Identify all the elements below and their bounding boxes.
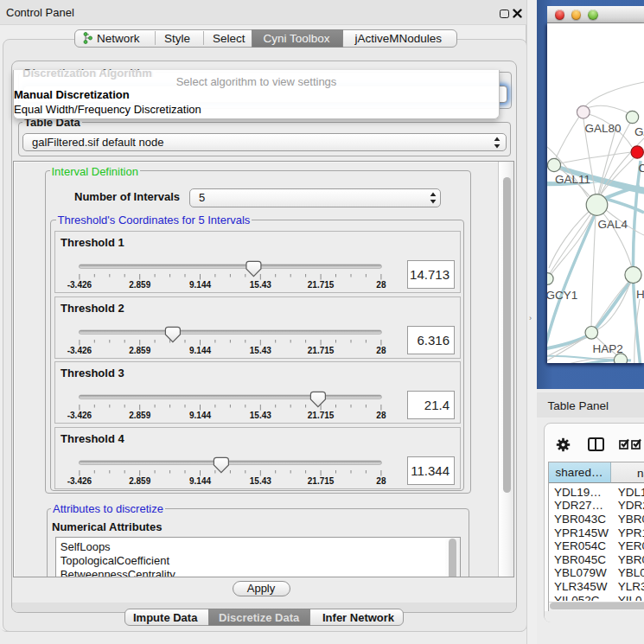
svg-text:15.43: 15.43 xyxy=(250,411,271,420)
svg-text:2.859: 2.859 xyxy=(129,411,150,420)
svg-text:15.43: 15.43 xyxy=(250,345,271,354)
svg-text:28: 28 xyxy=(376,475,386,485)
svg-text:-3.426: -3.426 xyxy=(67,345,92,354)
svg-text:15.43: 15.43 xyxy=(250,280,271,290)
svg-text:-3.426: -3.426 xyxy=(67,280,92,290)
svg-text:9.144: 9.144 xyxy=(189,475,211,485)
svg-text:21.715: 21.715 xyxy=(308,280,335,290)
svg-text:GAL11: GAL11 xyxy=(555,173,590,186)
svg-text:21.715: 21.715 xyxy=(308,475,335,485)
svg-text:GAL80: GAL80 xyxy=(585,122,622,135)
svg-text:28: 28 xyxy=(376,411,386,420)
svg-text:GAL4: GAL4 xyxy=(598,218,628,231)
svg-text:2.859: 2.859 xyxy=(129,475,150,485)
svg-text:28: 28 xyxy=(376,345,386,354)
svg-text:21.715: 21.715 xyxy=(308,345,335,354)
svg-text:28: 28 xyxy=(376,280,386,290)
svg-text:GCY1: GCY1 xyxy=(547,289,577,302)
svg-text:HAP2: HAP2 xyxy=(593,342,623,355)
svg-text:CY: CY xyxy=(639,162,644,175)
svg-text:2.859: 2.859 xyxy=(129,280,150,290)
svg-text:9.144: 9.144 xyxy=(189,280,211,290)
svg-text:21.715: 21.715 xyxy=(308,411,335,420)
svg-text:9.144: 9.144 xyxy=(189,345,211,354)
svg-text:-3.426: -3.426 xyxy=(67,411,92,420)
svg-text:2.859: 2.859 xyxy=(129,345,150,354)
svg-text:GAL…: GAL… xyxy=(634,125,644,138)
svg-text:-3.426: -3.426 xyxy=(67,475,92,485)
svg-text:HA: HA xyxy=(636,288,644,301)
svg-text:9.144: 9.144 xyxy=(189,411,211,420)
svg-text:15.43: 15.43 xyxy=(250,475,271,485)
